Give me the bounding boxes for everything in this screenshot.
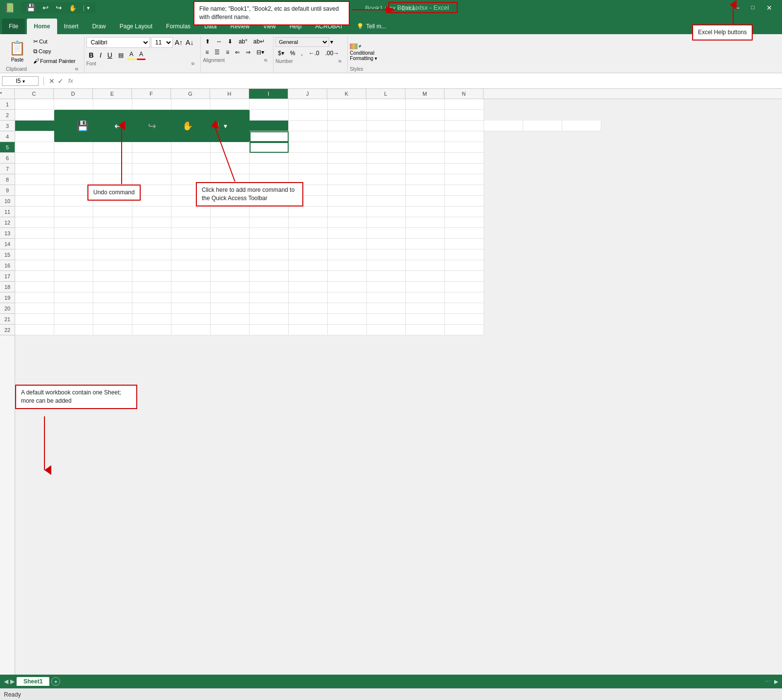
cell-j1[interactable] xyxy=(289,99,328,110)
cell-c4[interactable] xyxy=(15,131,54,142)
cell-d11[interactable] xyxy=(54,206,93,217)
cell-m21[interactable] xyxy=(406,314,445,325)
cell-k6[interactable] xyxy=(328,153,367,164)
cell-k20[interactable] xyxy=(328,303,367,314)
cell-m11[interactable] xyxy=(406,206,445,217)
qat-touch-overlay-icon[interactable]: ✋ xyxy=(182,121,193,131)
cell-h17[interactable] xyxy=(211,271,250,282)
col-header-l[interactable]: L xyxy=(366,89,405,99)
cell-j2[interactable] xyxy=(289,110,328,121)
row-20[interactable]: 20 xyxy=(0,303,15,314)
col-header-j[interactable]: J xyxy=(288,89,327,99)
row-14[interactable]: 14 xyxy=(0,239,15,249)
cell-i5[interactable] xyxy=(250,142,289,153)
cell-e17[interactable] xyxy=(93,271,132,282)
cell-i3[interactable] xyxy=(367,121,406,131)
cell-h5[interactable] xyxy=(211,142,250,153)
cell-j17[interactable] xyxy=(289,271,328,282)
col-header-m[interactable]: M xyxy=(405,89,444,99)
cell-m18[interactable] xyxy=(406,282,445,292)
cell-i15[interactable] xyxy=(250,249,289,260)
cell-m1[interactable] xyxy=(406,99,445,110)
cell-e8[interactable] xyxy=(93,174,132,185)
cell-f19[interactable] xyxy=(132,292,171,303)
cell-c20[interactable] xyxy=(15,303,54,314)
number-expand-icon[interactable]: ⧉ xyxy=(338,59,341,64)
redo-icon[interactable]: ↪ xyxy=(56,3,62,12)
row-22[interactable]: 22 xyxy=(0,325,15,335)
row-5[interactable]: 5 xyxy=(0,142,15,153)
cell-f20[interactable] xyxy=(132,303,171,314)
merge-center-button[interactable]: ⊟▾ xyxy=(254,48,267,57)
cell-j13[interactable] xyxy=(289,228,328,239)
cell-n11[interactable] xyxy=(445,206,484,217)
font-expand-icon[interactable]: ⧉ xyxy=(191,62,194,66)
cell-n21[interactable] xyxy=(445,314,484,325)
cell-l12[interactable] xyxy=(367,217,406,228)
cell-e21[interactable] xyxy=(93,314,132,325)
cell-m9[interactable] xyxy=(406,185,445,196)
cell-g3[interactable] xyxy=(289,121,328,131)
cell-i18[interactable] xyxy=(250,282,289,292)
cell-l18[interactable] xyxy=(367,282,406,292)
cell-h13[interactable] xyxy=(211,228,250,239)
cell-g21[interactable] xyxy=(171,314,211,325)
cell-d5[interactable] xyxy=(54,142,93,153)
col-header-f[interactable]: F xyxy=(132,89,171,99)
cell-c15[interactable] xyxy=(15,249,54,260)
add-sheet-button[interactable]: + xyxy=(51,677,60,686)
touch-mode-icon[interactable]: ✋ xyxy=(69,4,77,12)
cell-n8[interactable] xyxy=(445,174,484,185)
cell-f6[interactable] xyxy=(132,153,171,164)
cell-e12[interactable] xyxy=(93,217,132,228)
cell-h20[interactable] xyxy=(211,303,250,314)
formula-cancel-button[interactable]: ✕ xyxy=(49,77,55,85)
select-all-button[interactable]: ▾ xyxy=(0,89,15,99)
cell-n4[interactable] xyxy=(445,131,484,142)
row-1[interactable]: 1 xyxy=(0,99,15,110)
cell-d18[interactable] xyxy=(54,282,93,292)
name-box-dropdown-icon[interactable]: ▾ xyxy=(22,79,25,84)
cell-d14[interactable] xyxy=(54,239,93,249)
paste-button[interactable]: 📋 Paste xyxy=(6,38,29,64)
cell-d6[interactable] xyxy=(54,153,93,164)
cell-n20[interactable] xyxy=(445,303,484,314)
cell-n2[interactable] xyxy=(445,110,484,121)
cell-h18[interactable] xyxy=(211,282,250,292)
cell-j18[interactable] xyxy=(289,282,328,292)
cell-i2[interactable] xyxy=(250,110,289,121)
cell-n10[interactable] xyxy=(445,196,484,206)
cell-j19[interactable] xyxy=(289,292,328,303)
row-19[interactable]: 19 xyxy=(0,292,15,303)
cell-j3[interactable] xyxy=(406,121,445,131)
cell-m7[interactable] xyxy=(406,164,445,174)
cell-h12[interactable] xyxy=(211,217,250,228)
cell-l4[interactable] xyxy=(367,131,406,142)
col-header-i[interactable]: I xyxy=(249,89,288,99)
cell-m4[interactable] xyxy=(406,131,445,142)
format-painter-button[interactable]: 🖌 Format Painter xyxy=(31,57,78,65)
cell-l20[interactable] xyxy=(367,303,406,314)
cell-k13[interactable] xyxy=(328,228,367,239)
cell-c1[interactable] xyxy=(15,99,54,110)
cell-l21[interactable] xyxy=(367,314,406,325)
cell-e5[interactable] xyxy=(93,142,132,153)
formula-confirm-button[interactable]: ✓ xyxy=(58,77,63,85)
cell-n9[interactable] xyxy=(445,185,484,196)
cell-f1[interactable] xyxy=(132,99,171,110)
align-top-button[interactable]: ⬆ xyxy=(203,37,212,46)
cell-i12[interactable] xyxy=(250,217,289,228)
cell-h15[interactable] xyxy=(211,249,250,260)
cell-d8[interactable] xyxy=(54,174,93,185)
cell-g19[interactable] xyxy=(171,292,211,303)
cell-h1[interactable] xyxy=(211,99,250,110)
cell-g16[interactable] xyxy=(171,260,211,271)
cell-m22[interactable] xyxy=(406,325,445,335)
cell-l1[interactable] xyxy=(367,99,406,110)
row-6[interactable]: 6 xyxy=(0,153,15,164)
cell-j7[interactable] xyxy=(289,164,328,174)
cell-k19[interactable] xyxy=(328,292,367,303)
cell-g5[interactable] xyxy=(171,142,211,153)
cell-l11[interactable] xyxy=(367,206,406,217)
cell-g18[interactable] xyxy=(171,282,211,292)
